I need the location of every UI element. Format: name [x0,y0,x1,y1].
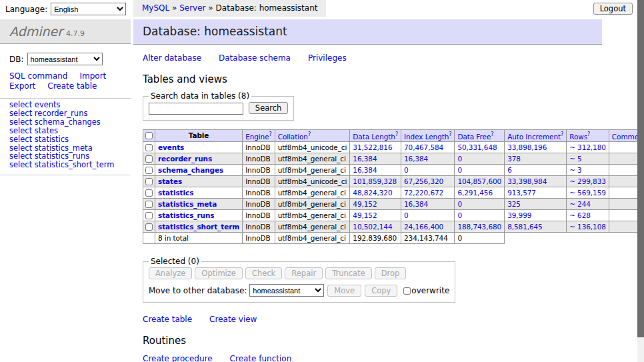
column-header-link-data-free[interactable]: Data Free [457,132,491,140]
scrollbar-track[interactable] [637,0,644,362]
column-header-link-rows[interactable]: Rows [569,132,587,140]
table-link-recorder-runs[interactable]: recorder_runs [35,109,88,118]
logout-wrap: Logout [593,3,633,15]
column-header-link-index-length[interactable]: Index Length [404,132,449,140]
column-header-link-auto-increment[interactable]: Auto Increment [507,132,561,140]
row-checkbox-cell [143,187,155,199]
help-icon[interactable]: ? [587,131,590,137]
select-link-statistics-meta[interactable]: select [9,143,32,153]
table-name-link-statistics-short-term[interactable]: statistics_short_term [158,223,239,231]
help-icon[interactable]: ? [491,131,493,137]
row-checkbox-statistics-meta[interactable] [145,201,153,208]
row-checkbox-statistics[interactable] [145,189,153,197]
table-link-statistics[interactable]: statistics [35,135,69,144]
search-legend: Search data in tables (8) [149,91,251,101]
drop-button[interactable]: Drop [375,267,407,279]
total-data-free: 0 [455,233,505,244]
link-create-table[interactable]: Create table [143,315,192,324]
table-row-events: eventsInnoDButf8mb4_unicode_ci31,522,816… [143,142,644,153]
move-button[interactable]: Move [327,285,361,297]
overwrite-checkbox[interactable] [403,287,411,295]
help-icon[interactable]: ? [308,131,311,137]
table-name-link-schema-changes[interactable]: schema_changes [158,166,223,174]
language-label: Language: [5,5,47,14]
repair-button[interactable]: Repair [285,267,323,279]
table-link-statistics-short-term[interactable]: statistics_short_term [35,160,115,169]
column-header-link-data-length[interactable]: Data Length [353,132,395,140]
select-link-states[interactable]: select [9,126,32,135]
table-link-statistics-runs[interactable]: statistics_runs [35,151,89,161]
cell-auto-increment: 325 [505,199,567,210]
row-checkbox-statistics-runs[interactable] [145,212,153,219]
column-header-engine: Engine? [243,129,275,142]
sidebar-link-import[interactable]: Import [79,71,106,81]
table-name-link-statistics-meta[interactable]: statistics_meta [158,200,217,208]
table-link-schema-changes[interactable]: schema_changes [35,117,101,127]
row-checkbox-cell [143,153,155,165]
table-name-link-states[interactable]: states [158,177,182,185]
scrollbar-thumb[interactable] [637,0,644,337]
select-link-events[interactable]: select [9,100,32,109]
cell-engine: InnoDB [243,165,275,176]
table-link-events[interactable]: events [35,100,61,109]
breadcrumb-item-server[interactable]: Server [179,3,205,13]
link-create-procedure[interactable]: Create procedure [143,354,213,362]
table-name-link-events[interactable]: events [158,143,184,151]
table-name-link-statistics-runs[interactable]: statistics_runs [158,211,214,219]
sidebar-link-sql-command[interactable]: SQL command [9,71,67,81]
table-name-link-recorder-runs[interactable]: recorder_runs [158,155,212,163]
breadcrumb-item-mysql[interactable]: MySQL [142,3,169,13]
link-create-function[interactable]: Create function [230,354,292,362]
db-select[interactable]: homeassistant [27,53,103,65]
table-link-states[interactable]: states [35,126,58,135]
db-action-alter-database[interactable]: Alter database [143,53,201,63]
move-database-select[interactable]: homeassistant [249,284,324,297]
db-action-database-schema[interactable]: Database schema [219,53,291,63]
search-input[interactable] [149,103,243,115]
select-link-statistics-runs[interactable]: select [9,151,32,161]
row-checkbox-schema-changes[interactable] [145,167,153,174]
table-link-statistics-meta[interactable]: statistics_meta [35,143,93,153]
analyze-button[interactable]: Analyze [149,267,192,279]
cell-engine: InnoDB [243,187,275,199]
search-button[interactable]: Search [249,102,289,114]
db-action-privileges[interactable]: Privileges [308,53,347,63]
cell-auto-increment: 33,398,984 [505,176,567,187]
select-link-statistics[interactable]: select [9,135,32,144]
select-all-checkbox[interactable] [145,132,153,139]
column-header-link-engine[interactable]: Engine [245,132,269,140]
create-links: Create tableCreate view [143,315,609,324]
help-icon[interactable]: ? [395,131,398,137]
row-checkbox-events[interactable] [145,144,153,151]
copy-button[interactable]: Copy [365,285,397,297]
table-name-link-statistics[interactable]: statistics [158,189,193,197]
sidebar-link-export[interactable]: Export [9,81,35,91]
cell-collation: utf8mb4_general_ci [275,199,350,210]
column-header-link-collation[interactable]: Collation [278,132,308,140]
table-name-cell: states [155,176,243,187]
help-icon[interactable]: ? [269,131,272,137]
cell-collation: utf8mb4_unicode_ci [275,142,350,153]
row-checkbox-cell [143,199,155,210]
cell-data-free: 0 [455,210,505,221]
language-row: Language:English [5,3,126,15]
cell-index-length: 67,256,320 [401,176,455,187]
tables-table: TableEngine?Collation?Data Length?Index … [143,129,644,245]
truncate-button[interactable]: Truncate [325,267,372,279]
help-icon[interactable]: ? [449,131,451,137]
sidebar-link-create-table[interactable]: Create table [47,81,97,91]
language-select[interactable]: English [51,3,126,15]
optimize-button[interactable]: Optimize [195,267,243,279]
row-checkbox-statistics-short-term[interactable] [145,223,153,231]
logout-button[interactable]: Logout [593,3,633,15]
help-icon[interactable]: ? [561,131,563,137]
select-link-statistics-short-term[interactable]: select [9,160,32,169]
row-checkbox-states[interactable] [145,178,153,185]
select-link-recorder-runs[interactable]: select [9,109,32,118]
select-link-schema-changes[interactable]: select [9,117,32,127]
breadcrumb-separator: » [169,3,179,13]
link-create-view[interactable]: Create view [209,315,257,324]
app-version: 4.7.9 [66,29,85,38]
row-checkbox-recorder-runs[interactable] [145,155,153,163]
check-button[interactable]: Check [245,267,282,279]
